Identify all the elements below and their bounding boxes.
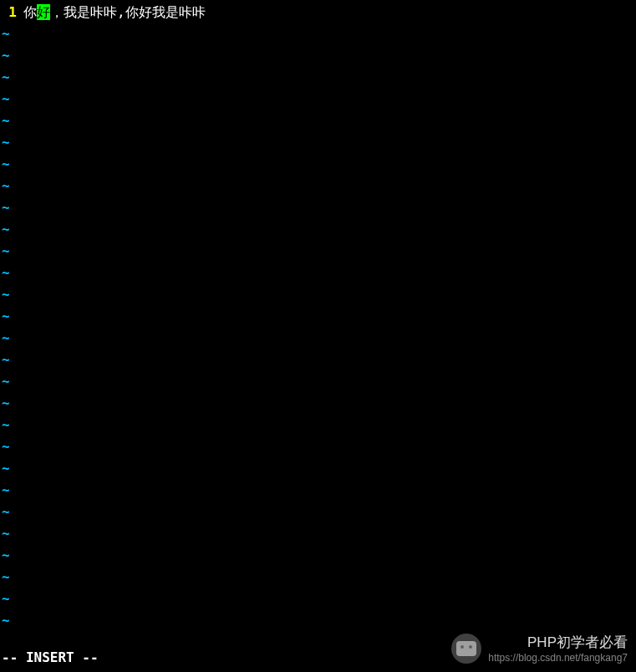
- tilde-marker: ~: [0, 23, 10, 45]
- empty-line: ~: [0, 458, 636, 480]
- tilde-marker: ~: [0, 393, 10, 415]
- tilde-marker: ~: [0, 110, 10, 132]
- empty-line: ~: [0, 284, 636, 306]
- watermark-title: PHP初学者必看: [488, 633, 628, 652]
- empty-line: ~: [0, 415, 636, 436]
- text-after-cursor: ，我是咔咔,你好我是咔咔: [50, 4, 206, 20]
- wechat-icon: [451, 634, 481, 664]
- empty-line: ~: [0, 23, 636, 45]
- empty-line: ~: [0, 545, 636, 567]
- tilde-marker: ~: [0, 349, 10, 371]
- empty-line: ~: [0, 393, 636, 415]
- watermark-url: https://blog.csdn.net/fangkang7: [488, 652, 628, 664]
- empty-line: ~: [0, 197, 636, 219]
- tilde-marker: ~: [0, 415, 10, 436]
- vim-status-bar: -- INSERT --: [2, 649, 99, 665]
- tilde-marker: ~: [0, 328, 10, 349]
- tilde-marker: ~: [0, 436, 10, 458]
- line-number: 1: [0, 2, 20, 23]
- tilde-marker: ~: [0, 262, 10, 284]
- tilde-marker: ~: [0, 197, 10, 219]
- line-content[interactable]: 你好，我是咔咔,你好我是咔咔: [20, 2, 206, 23]
- empty-line: ~: [0, 436, 636, 458]
- tilde-marker: ~: [0, 567, 10, 588]
- watermark-text: PHP初学者必看 https://blog.csdn.net/fangkang7: [488, 633, 628, 664]
- tilde-marker: ~: [0, 67, 10, 89]
- tilde-marker: ~: [0, 154, 10, 176]
- empty-line: ~: [0, 328, 636, 349]
- empty-line: ~: [0, 349, 636, 371]
- empty-line: ~: [0, 67, 636, 89]
- empty-line: ~: [0, 154, 636, 176]
- cursor: 好: [37, 4, 50, 20]
- watermark: PHP初学者必看 https://blog.csdn.net/fangkang7: [451, 633, 628, 664]
- tilde-marker: ~: [0, 284, 10, 306]
- text-before-cursor: 你: [23, 4, 37, 20]
- tilde-marker: ~: [0, 241, 10, 262]
- empty-line: ~: [0, 262, 636, 284]
- tilde-marker: ~: [0, 132, 10, 154]
- empty-line: ~: [0, 132, 636, 154]
- tilde-marker: ~: [0, 89, 10, 110]
- tilde-marker: ~: [0, 480, 10, 501]
- empty-line: ~: [0, 588, 636, 610]
- tilde-marker: ~: [0, 176, 10, 197]
- tilde-marker: ~: [0, 219, 10, 241]
- tilde-marker: ~: [0, 371, 10, 393]
- empty-line: ~: [0, 306, 636, 328]
- tilde-marker: ~: [0, 458, 10, 480]
- vim-editor[interactable]: 1 你好，我是咔咔,你好我是咔咔 ~~~~~~~~~~~~~~~~~~~~~~~…: [0, 0, 636, 634]
- empty-line: ~: [0, 89, 636, 110]
- empty-line: ~: [0, 480, 636, 501]
- empty-line: ~: [0, 110, 636, 132]
- empty-line: ~: [0, 371, 636, 393]
- empty-line: ~: [0, 610, 636, 632]
- tilde-marker: ~: [0, 610, 10, 632]
- tilde-marker: ~: [0, 45, 10, 67]
- empty-line: ~: [0, 45, 636, 67]
- tilde-marker: ~: [0, 306, 10, 328]
- empty-line: ~: [0, 567, 636, 588]
- empty-line: ~: [0, 219, 636, 241]
- empty-line: ~: [0, 176, 636, 197]
- editor-line[interactable]: 1 你好，我是咔咔,你好我是咔咔: [0, 2, 636, 23]
- tilde-marker: ~: [0, 588, 10, 610]
- empty-line: ~: [0, 523, 636, 545]
- tilde-marker: ~: [0, 501, 10, 523]
- tilde-marker: ~: [0, 545, 10, 567]
- empty-line: ~: [0, 241, 636, 262]
- tilde-marker: ~: [0, 523, 10, 545]
- empty-line: ~: [0, 501, 636, 523]
